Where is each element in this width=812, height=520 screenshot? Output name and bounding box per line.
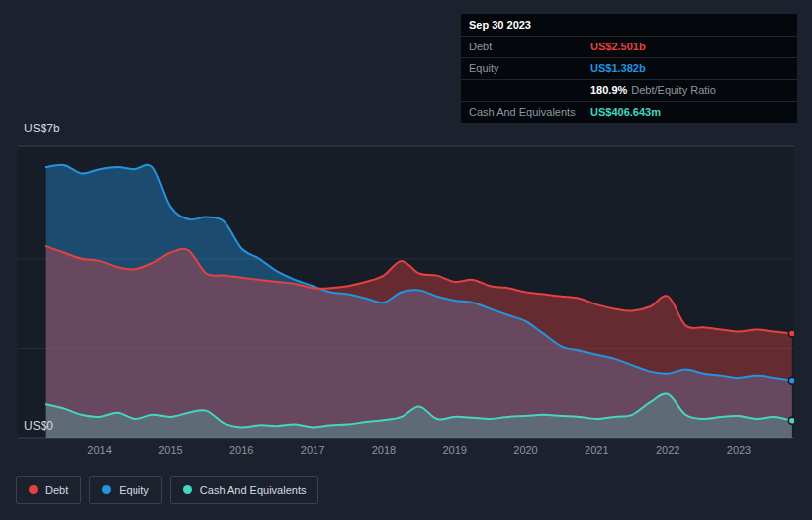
debt-equity-chart-panel: Sep 30 2023 Debt US$2.501b Equity US$1.3… bbox=[0, 0, 812, 520]
debt-value: US$2.501b bbox=[590, 41, 789, 53]
x-tick-2016: 2016 bbox=[229, 444, 253, 456]
equity-legend-dot-icon bbox=[102, 485, 111, 494]
cash-legend-dot-icon bbox=[183, 485, 192, 494]
ratio-value-wrap: 180.9%Debt/Equity Ratio bbox=[590, 84, 789, 97]
equity-endpoint-marker[interactable] bbox=[788, 377, 794, 384]
equity-value: US$1.382b bbox=[590, 62, 789, 75]
tooltip-row-ratio: 180.9%Debt/Equity Ratio bbox=[461, 79, 797, 101]
y-axis-label-bottom: US$0 bbox=[24, 419, 53, 433]
x-tick-2015: 2015 bbox=[158, 444, 182, 456]
x-tick-2017: 2017 bbox=[301, 444, 324, 456]
tooltip-row-cash: Cash And Equivalents US$406.643m bbox=[461, 101, 797, 123]
legend: Debt Equity Cash And Equivalents bbox=[16, 476, 318, 504]
equity-label: Equity bbox=[469, 62, 590, 75]
x-tick-2014: 2014 bbox=[87, 444, 111, 456]
legend-item-equity[interactable]: Equity bbox=[89, 476, 162, 504]
debt-equity-history-chart[interactable] bbox=[18, 138, 794, 448]
legend-item-cash[interactable]: Cash And Equivalents bbox=[170, 476, 319, 504]
ratio-spacer bbox=[469, 84, 590, 97]
cash-endpoint-marker[interactable] bbox=[788, 417, 794, 424]
debt-legend-dot-icon bbox=[29, 485, 38, 494]
debt-label: Debt bbox=[469, 41, 590, 53]
legend-debt-label: Debt bbox=[45, 484, 68, 496]
x-tick-2018: 2018 bbox=[372, 444, 396, 456]
x-axis: 2014201520162017201820192020202120222023 bbox=[18, 444, 794, 458]
ratio-value: 180.9% bbox=[590, 84, 627, 96]
legend-item-debt[interactable]: Debt bbox=[16, 476, 81, 504]
ratio-label: Debt/Equity Ratio bbox=[631, 84, 716, 96]
x-tick-2019: 2019 bbox=[442, 444, 466, 456]
tooltip-date: Sep 30 2023 bbox=[461, 14, 797, 36]
cash-label: Cash And Equivalents bbox=[469, 106, 590, 119]
debt-endpoint-marker[interactable] bbox=[788, 330, 794, 337]
x-tick-2022: 2022 bbox=[656, 444, 679, 456]
x-tick-2020: 2020 bbox=[513, 444, 537, 456]
x-tick-2021: 2021 bbox=[585, 444, 608, 456]
tooltip-row-equity: Equity US$1.382b bbox=[461, 57, 797, 79]
cash-value: US$406.643m bbox=[590, 106, 789, 119]
x-tick-2023: 2023 bbox=[727, 444, 751, 456]
legend-cash-label: Cash And Equivalents bbox=[200, 484, 307, 496]
tooltip: Sep 30 2023 Debt US$2.501b Equity US$1.3… bbox=[461, 14, 797, 123]
y-axis-label-top: US$7b bbox=[24, 122, 60, 135]
tooltip-row-debt: Debt US$2.501b bbox=[461, 36, 797, 57]
legend-equity-label: Equity bbox=[119, 484, 149, 496]
